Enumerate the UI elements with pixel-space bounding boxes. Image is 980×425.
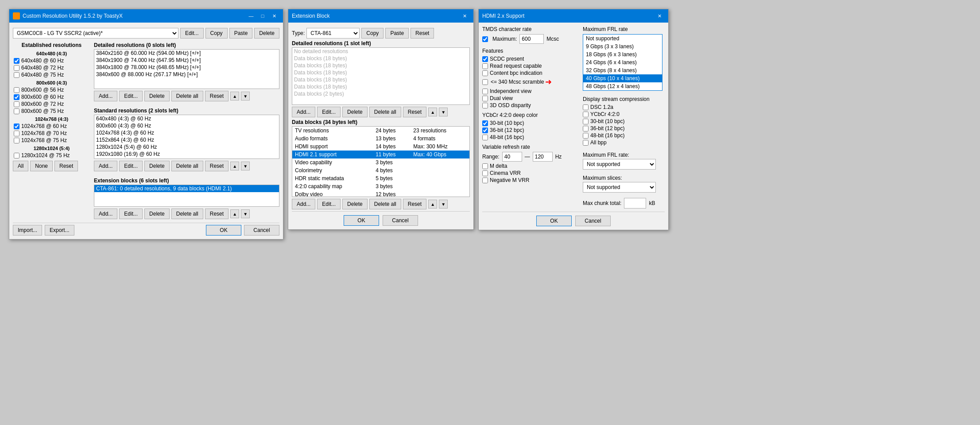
frl-dropdown[interactable]: Not supported 9 Gbps (3 x 3 lanes) 18 Gb… (583, 34, 662, 91)
standard-list[interactable]: 640x480 (4:3) @ 60 Hz 800x600 (4:3) @ 60… (94, 115, 279, 159)
export-button[interactable]: Export... (45, 225, 74, 236)
max-slices-select[interactable]: Not supported (583, 182, 656, 193)
detailed-delete[interactable]: Delete (144, 91, 170, 101)
db-add[interactable]: Add... (292, 199, 315, 209)
minimize-button[interactable]: — (246, 12, 256, 20)
type-select[interactable]: CTA-861 (306, 28, 360, 39)
db-row-5[interactable]: Video capability3 bytes (292, 158, 469, 166)
detailed-item-1[interactable]: 3840x2160 @ 60.000 Hz (594.00 MHz) [+/+] (94, 50, 279, 57)
delete-button[interactable]: Delete (254, 28, 279, 39)
tmds-value[interactable] (519, 34, 544, 44)
detailed-item-3[interactable]: 3840x1800 @ 78.000 Hz (648.65 MHz) [+/+] (94, 64, 279, 71)
db-row-2[interactable]: Audio formats13 bytes4 formats (292, 135, 469, 143)
display-select[interactable]: GSMC0C8 - LG TV SSCR2 (active)* (13, 28, 178, 39)
ext-datablocks-list[interactable]: TV resolutions24 bytes23 resolutions Aud… (292, 126, 470, 197)
ext-item-1[interactable]: CTA-861: 0 detailed resolutions, 9 data … (94, 185, 279, 192)
ext-add[interactable]: Add... (94, 209, 117, 219)
db-edit[interactable]: Edit... (317, 199, 341, 209)
extd-deleteall[interactable]: Delete all (369, 107, 401, 117)
frl-opt-1[interactable]: Not supported (583, 35, 662, 42)
close-button[interactable]: ✕ (269, 12, 279, 20)
max-chunk-input[interactable] (624, 198, 646, 209)
std-item-5[interactable]: 1280x1024 (5:4) @ 60 Hz (94, 143, 279, 151)
tmds-checkbox[interactable] (482, 36, 488, 42)
ext-copy[interactable]: Copy (361, 28, 383, 39)
std-add[interactable]: Add... (94, 161, 117, 171)
ext-edit[interactable]: Edit... (119, 209, 143, 219)
db-row-6[interactable]: Colorimetry4 bytes (292, 166, 469, 174)
hdmi-cancel[interactable]: Cancel (575, 216, 611, 226)
std-item-6[interactable]: 1920x1080 (16:9) @ 60 Hz (94, 151, 279, 158)
ext-reset[interactable]: Reset (411, 28, 434, 39)
reset-button[interactable]: Reset (54, 161, 78, 171)
std-deleteall[interactable]: Delete all (171, 161, 203, 171)
all-button[interactable]: All (13, 161, 28, 171)
frl-opt-4[interactable]: 24 Gbps (6 x 4 lanes) (583, 58, 662, 66)
extd-reset[interactable]: Reset (403, 107, 426, 117)
none-button[interactable]: None (30, 161, 53, 171)
ext-down[interactable]: ▼ (241, 209, 250, 218)
extd-down[interactable]: ▼ (439, 108, 448, 116)
db-row-1[interactable]: TV resolutions24 bytes23 resolutions (292, 127, 469, 135)
frl-opt-2[interactable]: 9 Gbps (3 x 3 lanes) (583, 42, 662, 50)
ext-det-7[interactable]: Data blocks (2 bytes) (292, 90, 469, 97)
detailed-item-4[interactable]: 3840x600 @ 88.000 Hz (267.17 MHz) [+/+] (94, 71, 279, 78)
std-edit[interactable]: Edit... (119, 161, 143, 171)
detailed-deleteall[interactable]: Delete all (171, 91, 203, 101)
extd-up[interactable]: ▲ (428, 108, 437, 116)
db-up[interactable]: ▲ (428, 200, 437, 209)
vrr-min[interactable] (502, 152, 522, 162)
paste-button[interactable]: Paste (229, 28, 253, 39)
max-frl-select[interactable]: Not supported (583, 159, 656, 170)
copy-button[interactable]: Copy (205, 28, 228, 39)
ext-deleteall[interactable]: Delete all (171, 209, 203, 219)
ext-close-button[interactable]: ✕ (459, 12, 470, 20)
std-down[interactable]: ▼ (241, 162, 250, 170)
extension-list[interactable]: CTA-861: 0 detailed resolutions, 9 data … (94, 185, 279, 207)
detailed-add[interactable]: Add... (94, 91, 117, 101)
ext-paste[interactable]: Paste (385, 28, 409, 39)
extd-edit[interactable]: Edit... (317, 107, 341, 117)
std-up[interactable]: ▲ (230, 162, 239, 170)
std-item-1[interactable]: 640x480 (4:3) @ 60 Hz (94, 115, 279, 122)
std-item-2[interactable]: 800x600 (4:3) @ 60 Hz (94, 122, 279, 129)
extd-delete[interactable]: Delete (342, 107, 368, 117)
frl-opt-6[interactable]: 40 Gbps (10 x 4 lanes) (583, 74, 662, 82)
ext-det-2[interactable]: Data blocks (18 bytes) (292, 55, 469, 62)
detailed-item-2[interactable]: 3840x1900 @ 74.000 Hz (647.95 MHz) [+/+] (94, 57, 279, 64)
hdmi-ok[interactable]: OK (536, 216, 572, 226)
ext-det-4[interactable]: Data blocks (18 bytes) (292, 69, 469, 76)
std-reset[interactable]: Reset (205, 161, 229, 171)
ext-cancel[interactable]: Cancel (383, 215, 418, 226)
std-item-3[interactable]: 1024x768 (4:3) @ 60 Hz (94, 129, 279, 136)
frl-opt-3[interactable]: 18 Gbps (6 x 3 lanes) (583, 50, 662, 58)
detailed-reset[interactable]: Reset (205, 91, 229, 101)
db-row-4[interactable]: HDMI 2.1 support11 bytesMax: 40 Gbps (292, 151, 469, 158)
db-delete[interactable]: Delete (342, 199, 368, 209)
ext-up[interactable]: ▲ (230, 209, 239, 218)
ext-delete[interactable]: Delete (144, 209, 170, 219)
import-button[interactable]: Import... (13, 225, 42, 236)
ext-ok[interactable]: OK (344, 215, 379, 226)
main-ok-button[interactable]: OK (206, 225, 241, 236)
ext-det-1[interactable]: No detailed resolutions (292, 48, 469, 55)
main-cancel-button[interactable]: Cancel (244, 225, 279, 236)
edit-button[interactable]: Edit... (180, 28, 204, 39)
db-reset[interactable]: Reset (403, 199, 426, 209)
db-row-3[interactable]: HDMI support14 bytesMax: 300 MHz (292, 143, 469, 151)
ext-det-6[interactable]: Data blocks (18 bytes) (292, 83, 469, 90)
detailed-list[interactable]: 3840x2160 @ 60.000 Hz (594.00 MHz) [+/+]… (94, 49, 279, 89)
detailed-up[interactable]: ▲ (230, 92, 239, 100)
frl-opt-5[interactable]: 32 Gbps (8 x 4 lanes) (583, 66, 662, 74)
maximize-button[interactable]: □ (257, 12, 268, 20)
detailed-edit[interactable]: Edit... (119, 91, 143, 101)
db-row-9[interactable]: Dolby video12 bytes (292, 190, 469, 197)
ext-det-5[interactable]: Data blocks (18 bytes) (292, 76, 469, 83)
vrr-max[interactable] (533, 152, 553, 162)
frl-opt-7[interactable]: 48 Gbps (12 x 4 lanes) (583, 82, 662, 90)
db-down[interactable]: ▼ (439, 200, 448, 209)
ext-reset[interactable]: Reset (205, 209, 229, 219)
db-row-7[interactable]: HDR static metadata5 bytes (292, 174, 469, 182)
ext-detailed-list[interactable]: No detailed resolutions Data blocks (18 … (292, 47, 470, 105)
ext-det-3[interactable]: Data blocks (18 bytes) (292, 62, 469, 69)
